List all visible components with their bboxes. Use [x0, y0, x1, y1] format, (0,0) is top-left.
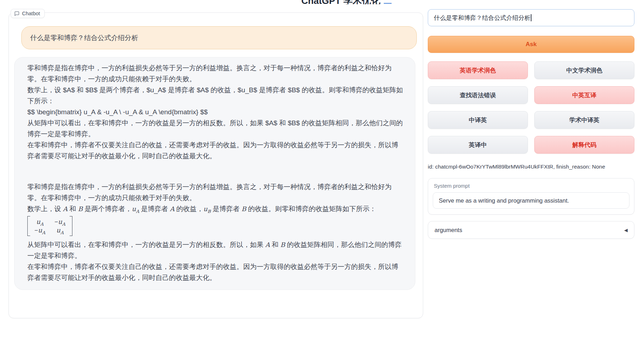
- page-title-text: ChatGPT 学术优化: [298, 0, 383, 4]
- system-prompt-input[interactable]: Serve me as a writing and programming as…: [433, 192, 629, 209]
- text-cursor: [531, 14, 531, 21]
- ask-button[interactable]: Ask: [428, 36, 634, 53]
- btn-en-to-zh[interactable]: 英译中: [428, 136, 528, 154]
- button-label: 中文学术润色: [566, 66, 602, 75]
- system-prompt-value: Serve me as a writing and programming as…: [439, 197, 569, 204]
- bot-raw-paragraph: 从矩阵中可以看出，在零和博弈中，一方的收益是另一方的相反数。所以，如果 $A$ …: [27, 117, 404, 139]
- system-prompt-card: System prompt Serve me as a writing and …: [428, 178, 634, 215]
- btn-explain-code[interactable]: 解释代码: [534, 136, 634, 154]
- bot-rendered-paragraph: 从矩阵中可以看出，在零和博弈中，一方的收益是另一方的相反数。所以，如果 A 和 …: [27, 239, 404, 261]
- bot-raw-paragraph: 零和博弈是指在博弈中，一方的利益损失必然等于另一方的利益增益。换言之，对于每一种…: [27, 62, 404, 84]
- collapse-arrow-icon: ◀: [624, 227, 628, 233]
- btn-zh-to-en[interactable]: 中译英: [428, 111, 528, 129]
- control-column: 什么是零和博弈？结合公式介绍分析 Ask 英语学术润色 中文学术润色 查找语法错…: [428, 9, 634, 239]
- button-label: 中译英: [469, 116, 487, 124]
- chatbot-panel-label: Chatbot: [11, 9, 45, 18]
- matrix-cells: uA−uA−uAuA: [30, 216, 70, 236]
- chat-bubble-icon: [14, 11, 20, 16]
- button-label: 英语学术润色: [460, 66, 496, 75]
- page-title-cutoff: ChatGPT 学术优化: [298, 0, 383, 4]
- arguments-accordion[interactable]: arguments ◀: [428, 221, 634, 239]
- message-gap: [27, 161, 404, 181]
- button-label: 学术中译英: [569, 116, 600, 124]
- bot-raw-paragraph: 在零和博弈中，博弈者不仅要关注自己的收益，还需要考虑对手的收益。因为一方取得的收…: [27, 139, 404, 161]
- btn-chinese-academic-polish[interactable]: 中文学术润色: [534, 61, 634, 79]
- chatbot-panel-label-text: Chatbot: [22, 11, 40, 16]
- bot-raw-paragraph: 数学上，设 $A$ 和 $B$ 是两个博弈者，$u_A$ 是博弈者 $A$ 的收…: [27, 84, 404, 106]
- system-prompt-label: System prompt: [433, 183, 629, 189]
- btn-find-grammar-errors[interactable]: 查找语法错误: [428, 86, 528, 104]
- bot-rendered-paragraph: 零和博弈是指在博弈中，一方的利益损失必然等于另一方的利益增益。换言之，对于每一种…: [27, 181, 404, 203]
- bot-raw-formula: $$ \begin{bmatrix} u_A & -u_A \ -u_A & u…: [27, 106, 404, 117]
- btn-english-academic-polish[interactable]: 英语学术润色: [428, 61, 528, 79]
- button-label: 解释代码: [572, 141, 596, 149]
- ask-button-label: Ask: [525, 41, 536, 48]
- btn-academic-zh-to-en[interactable]: 学术中译英: [534, 111, 634, 129]
- payoff-matrix: uA−uA−uAuA: [27, 216, 72, 236]
- button-label: 查找语法错误: [460, 91, 496, 99]
- matrix-right-bracket: [70, 216, 72, 236]
- chatbot-panel: 什么是零和博弈？结合公式介绍分析 零和博弈是指在博弈中，一方的利益损失必然等于另…: [9, 12, 423, 318]
- bot-message-bubble: 零和博弈是指在博弈中，一方的利益损失必然等于另一方的利益增益。换言之，对于每一种…: [14, 57, 415, 290]
- user-message-bubble: 什么是零和博弈？结合公式介绍分析: [21, 26, 417, 49]
- button-label: 英译中: [469, 141, 487, 149]
- question-input[interactable]: 什么是零和博弈？结合公式介绍分析: [428, 9, 634, 26]
- title-link-underline: [384, 3, 392, 4]
- matrix-left-bracket: [27, 216, 30, 236]
- button-label: 中英互译: [572, 91, 596, 99]
- bot-rendered-paragraph: 在零和博弈中，博弈者不仅要关注自己的收益，还需要考虑对手的收益。因为一方取得的收…: [27, 261, 404, 283]
- btn-zh-en-mutual-translate[interactable]: 中英互译: [534, 86, 634, 104]
- user-message-text: 什么是零和博弈？结合公式介绍分析: [30, 34, 138, 42]
- function-button-grid: 英语学术润色 中文学术润色 查找语法错误 中英互译 中译英 学术中译英 英译中 …: [428, 61, 634, 154]
- bot-rendered-paragraph: 数学上，设 A 和 B 是两个博弈者，uA 是博弈者 A 的收益，uB 是博弈者…: [27, 203, 404, 214]
- question-input-value: 什么是零和博弈？结合公式介绍分析: [434, 14, 530, 22]
- arguments-accordion-label: arguments: [435, 227, 462, 233]
- completion-status-line: id: chatcmpl-6wOo7KrYTwMl89lbrMWRu4UkFFX…: [428, 164, 634, 170]
